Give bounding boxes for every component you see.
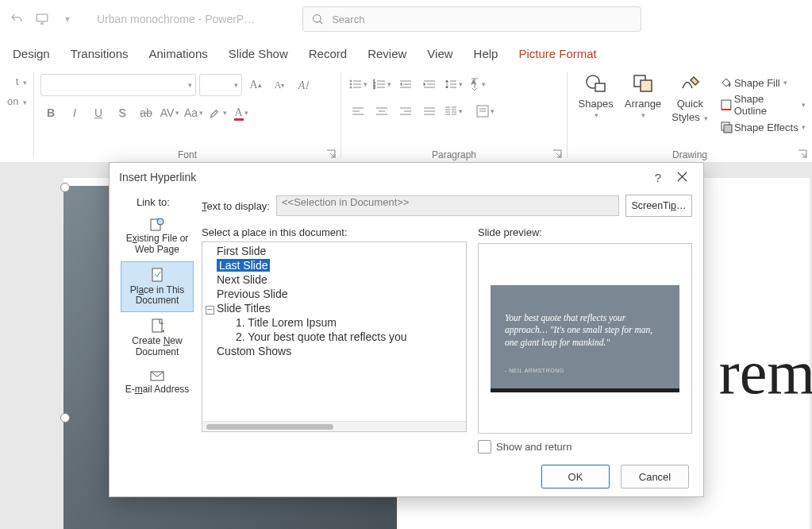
ok-button[interactable]: OK: [541, 465, 610, 488]
decrease-indent-button[interactable]: [395, 74, 416, 95]
text-to-display-label: Text to display:: [202, 200, 270, 212]
tree-slide-titles[interactable]: Slide Titles: [202, 301, 466, 315]
shape-effects-button[interactable]: Shape Effects▾: [720, 118, 806, 136]
tab-slideshow[interactable]: Slide Show: [229, 47, 288, 67]
tab-animations[interactable]: Animations: [149, 47, 208, 67]
change-case-button[interactable]: Aa▾: [183, 102, 204, 123]
bold-button[interactable]: B: [40, 102, 61, 123]
underline-button[interactable]: U: [88, 102, 109, 123]
decrease-font-button[interactable]: A▾: [269, 75, 290, 95]
drawing-group-label: Drawing: [568, 149, 812, 160]
web-page-icon: [149, 217, 165, 231]
linkto-existing-file[interactable]: Existing File orWeb Page: [121, 211, 194, 261]
checkbox-icon: [478, 440, 491, 454]
tree-first-slide[interactable]: First Slide: [202, 244, 466, 258]
paste-fragment[interactable]: on ▾: [7, 95, 27, 107]
paragraph-dialog-launcher-icon[interactable]: [552, 149, 562, 159]
linkto-email[interactable]: E-mail Address: [121, 364, 194, 401]
shapes-button[interactable]: Shapes▾: [574, 72, 618, 119]
clipboard-group: t ▾ on ▾: [0, 68, 33, 163]
shadow-button[interactable]: S: [112, 102, 133, 123]
increase-indent-button[interactable]: [419, 74, 440, 95]
drawing-dialog-launcher-icon[interactable]: [798, 149, 807, 159]
paragraph-group-label: Paragraph: [341, 149, 567, 160]
search-icon: [311, 13, 324, 25]
svg-rect-20: [152, 319, 162, 332]
tab-review[interactable]: Review: [368, 47, 406, 67]
ribbon: t ▾ on ▾ ▾ ▾ A▴ A▾ A⁞ B I U S ab AV▾ Aa▾…: [0, 68, 812, 164]
tree-custom-shows[interactable]: Custom Shows: [202, 344, 466, 358]
show-and-return-checkbox[interactable]: Show and return: [478, 440, 692, 454]
dialog-main: Text to display: <<Selection in Document…: [202, 195, 692, 457]
present-button[interactable]: [32, 9, 52, 29]
line-spacing-button[interactable]: ▾: [443, 74, 464, 95]
link-to-panel: Link to: Existing File orWeb Page Place …: [121, 195, 194, 457]
preview-column: Slide preview: Your best quote that refl…: [478, 226, 692, 454]
tree-last-slide[interactable]: Last Slide: [202, 258, 466, 272]
selection-handle[interactable]: [60, 413, 70, 423]
numbering-button[interactable]: 123▾: [371, 74, 392, 95]
selection-handle[interactable]: [60, 183, 70, 192]
qat-more-button[interactable]: ▾: [57, 9, 78, 29]
undo-button[interactable]: [6, 9, 27, 29]
svg-rect-16: [724, 125, 732, 133]
tree-slide-2[interactable]: 2. Your best quote that reflects you: [202, 330, 466, 344]
tab-picture-format[interactable]: Picture Format: [518, 47, 596, 67]
preview-thumbnail: Your best quote that reflects your appro…: [491, 285, 679, 392]
select-place-label: Select a place in this document:: [202, 226, 467, 238]
align-left-button[interactable]: [348, 101, 368, 122]
columns-button[interactable]: ▾: [443, 101, 464, 122]
document-place-icon: [150, 267, 164, 283]
shape-outline-button[interactable]: Shape Outline▾: [720, 96, 806, 114]
font-color-button[interactable]: A▾: [231, 102, 252, 123]
shape-fill-button[interactable]: Shape Fill▾: [720, 74, 806, 91]
cut-fragment[interactable]: t ▾: [16, 75, 27, 87]
search-box[interactable]: Search: [302, 6, 641, 32]
new-document-icon: [150, 318, 164, 334]
tree-scrollbar-thumb[interactable]: [206, 424, 333, 430]
tab-record[interactable]: Record: [309, 47, 347, 67]
text-direction-button[interactable]: A▾: [467, 74, 487, 95]
place-tree[interactable]: First Slide Last Slide Next Slide Previo…: [202, 241, 467, 432]
svg-point-2: [350, 80, 352, 82]
slide-preview-label: Slide preview:: [478, 226, 692, 238]
align-right-button[interactable]: [395, 101, 416, 122]
slide-preview: Your best quote that reflects your appro…: [478, 243, 692, 434]
justify-button[interactable]: [419, 101, 440, 122]
tab-design[interactable]: Design: [13, 47, 50, 67]
dialog-title: Insert Hyperlink: [119, 171, 196, 183]
clear-formatting-button[interactable]: A⁞: [293, 75, 314, 95]
bullets-button[interactable]: ▾: [348, 74, 368, 95]
svg-point-18: [157, 218, 164, 225]
tree-previous-slide[interactable]: Previous Slide: [202, 287, 466, 301]
align-text-button[interactable]: ▾: [475, 101, 495, 122]
font-size-combo[interactable]: ▾: [199, 74, 242, 96]
tab-view[interactable]: View: [427, 47, 452, 67]
font-name-combo[interactable]: ▾: [40, 74, 196, 96]
italic-button[interactable]: I: [64, 102, 85, 123]
tab-transitions[interactable]: Transitions: [71, 47, 129, 67]
tree-next-slide[interactable]: Next Slide: [202, 272, 466, 287]
screentip-button[interactable]: ScreenTip…: [625, 195, 692, 217]
close-button[interactable]: [670, 171, 694, 184]
character-spacing-button[interactable]: AV▾: [160, 102, 180, 123]
linkto-place-in-document[interactable]: Place in ThisDocument: [121, 261, 194, 313]
help-button[interactable]: ?: [646, 171, 670, 184]
text-to-display-field: <<Selection in Document>>: [276, 195, 619, 216]
search-placeholder: Search: [332, 14, 364, 25]
tree-slide-1[interactable]: 1. Title Lorem Ipsum: [202, 315, 466, 330]
align-center-button[interactable]: [371, 101, 392, 122]
tab-help[interactable]: Help: [474, 47, 498, 67]
increase-font-button[interactable]: A▴: [245, 75, 266, 95]
strikethrough-button[interactable]: ab: [136, 102, 156, 123]
email-icon: [149, 369, 165, 382]
font-dialog-launcher-icon[interactable]: [326, 149, 336, 159]
cancel-button[interactable]: Cancel: [621, 465, 689, 488]
quick-styles-button[interactable]: Quick Styles ▾: [668, 72, 712, 123]
linkto-create-new[interactable]: Create NewDocument: [121, 312, 194, 364]
arrange-button[interactable]: Arrange▾: [621, 72, 664, 119]
shape-outline-icon: [720, 98, 733, 111]
title-bar: ▾ Urban monochrome - PowerP… Search: [0, 0, 812, 38]
highlight-button[interactable]: ▾: [207, 102, 228, 123]
font-group-label: Font: [34, 149, 341, 160]
